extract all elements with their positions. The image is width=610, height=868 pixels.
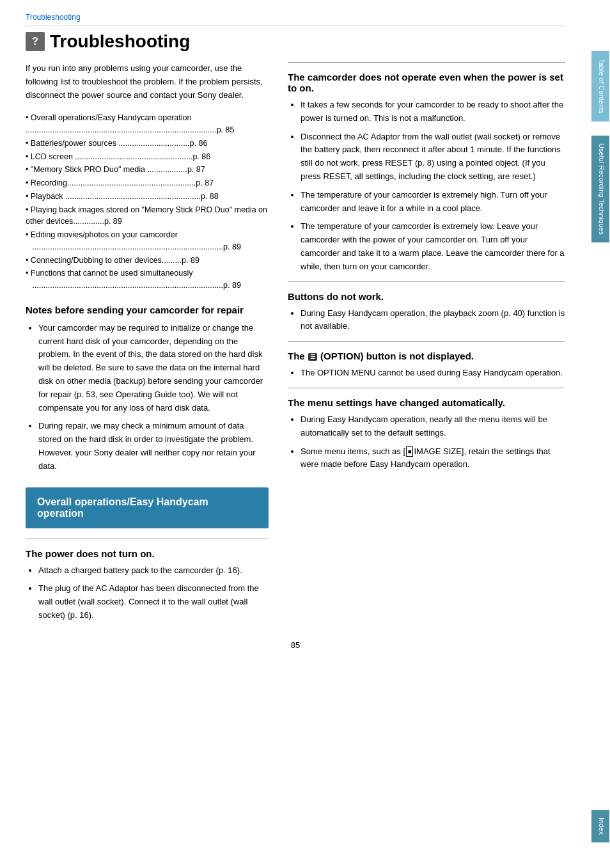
menu-heading: The menu settings have changed automatic… bbox=[288, 397, 565, 408]
image-size-icon: ■ bbox=[406, 446, 413, 457]
toc-item-9: • Connecting/Dubbing to other devices...… bbox=[26, 255, 269, 267]
menu-bullet-2: Some menu items, such as [■IMAGE SIZE], … bbox=[301, 445, 565, 472]
notes-bullet-1: Your camcorder may be required to initia… bbox=[38, 322, 269, 415]
left-column: If you run into any problems using your … bbox=[26, 62, 269, 627]
right-sidebar: Table of Contents Useful Recording Techn… bbox=[591, 0, 610, 868]
no-operate-bullet-1: It takes a few seconds for your camcorde… bbox=[301, 99, 565, 125]
toc-item-6: • Playback .............................… bbox=[26, 191, 269, 203]
sidebar-tab-index[interactable]: Index bbox=[591, 810, 609, 842]
power-heading: The power does not turn on. bbox=[26, 548, 269, 559]
menu-bullet-1: During Easy Handycam operation, nearly a… bbox=[301, 413, 565, 440]
toc-item-1: • Overall operations/Easy Handycam opera… bbox=[26, 112, 269, 136]
notes-bullets: Your camcorder may be required to initia… bbox=[26, 322, 269, 473]
page-number: 85 bbox=[26, 640, 565, 650]
divider-4 bbox=[288, 341, 565, 342]
intro-paragraph: If you run into any problems using your … bbox=[26, 62, 269, 102]
toc-item-8: • Editing movies/photos on your camcorde… bbox=[26, 229, 269, 253]
no-operate-heading: The camcorder does not operate even when… bbox=[288, 72, 565, 93]
two-col-layout: If you run into any problems using your … bbox=[26, 62, 565, 627]
divider-1 bbox=[26, 539, 269, 539]
sidebar-tab-recording-label: Useful Recording Techniques bbox=[598, 143, 606, 235]
right-column: The camcorder does not operate even when… bbox=[288, 62, 565, 627]
notes-section-heading: Notes before sending your camcorder for … bbox=[26, 304, 269, 315]
divider-5 bbox=[288, 388, 565, 388]
divider-3 bbox=[288, 281, 565, 282]
sidebar-tab-toc-label: Table of Contents bbox=[598, 59, 606, 114]
page-title: ? Troubleshooting bbox=[26, 31, 565, 52]
toc-item-3: • LCD screen ...........................… bbox=[26, 151, 269, 163]
menu-bullets: During Easy Handycam operation, nearly a… bbox=[288, 413, 565, 471]
overall-section-box: Overall operations/Easy Handycam operati… bbox=[26, 487, 269, 528]
no-operate-bullet-3: The temperature of your camcorder is ext… bbox=[301, 189, 565, 216]
toc-item-7: • Playing back images stored on "Memory … bbox=[26, 204, 269, 228]
breadcrumb-text: Troubleshooting bbox=[26, 13, 81, 22]
buttons-bullets: During Easy Handycam operation, the play… bbox=[288, 307, 565, 334]
option-bullet-1: The OPTION MENU cannot be used during Ea… bbox=[301, 367, 565, 380]
main-content: Troubleshooting ? Troubleshooting If you… bbox=[0, 0, 591, 868]
no-operate-bullet-4: The temperature of your camcorder is ext… bbox=[301, 220, 565, 273]
no-operate-bullets: It takes a few seconds for your camcorde… bbox=[288, 99, 565, 274]
option-button-icon: ☰ bbox=[308, 353, 317, 361]
power-bullets: Attach a charged battery pack to the cam… bbox=[26, 564, 269, 622]
power-bullet-1: Attach a charged battery pack to the cam… bbox=[38, 564, 269, 578]
sidebar-tab-index-label: Index bbox=[598, 817, 606, 835]
toc-item-10: • Functions that cannot be used simultan… bbox=[26, 267, 269, 292]
page-title-text: Troubleshooting bbox=[50, 31, 190, 52]
option-heading: The ☰ (OPTION) button is not displayed. bbox=[288, 351, 565, 361]
buttons-bullet-1: During Easy Handycam operation, the play… bbox=[301, 307, 565, 334]
divider-2 bbox=[288, 62, 565, 63]
toc-item-5: • Recording.............................… bbox=[26, 177, 269, 189]
toc-item-4: • "Memory Stick PRO Duo" media .........… bbox=[26, 164, 269, 176]
page-title-icon: ? bbox=[26, 32, 45, 51]
no-operate-bullet-2: Disconnect the AC Adaptor from the wall … bbox=[301, 130, 565, 184]
sidebar-tab-recording[interactable]: Useful Recording Techniques bbox=[591, 136, 609, 242]
buttons-heading: Buttons do not work. bbox=[288, 291, 565, 302]
option-bullets: The OPTION MENU cannot be used during Ea… bbox=[288, 367, 565, 380]
power-bullet-2: The plug of the AC Adaptor has been disc… bbox=[38, 582, 269, 622]
toc-list: • Overall operations/Easy Handycam opera… bbox=[26, 112, 269, 292]
sidebar-tab-toc[interactable]: Table of Contents bbox=[591, 51, 609, 122]
breadcrumb: Troubleshooting bbox=[26, 13, 565, 26]
page-container: Troubleshooting ? Troubleshooting If you… bbox=[0, 0, 610, 868]
toc-item-2: • Batteries/power sources ..............… bbox=[26, 138, 269, 150]
notes-bullet-2: During repair, we may check a minimum am… bbox=[38, 420, 269, 473]
